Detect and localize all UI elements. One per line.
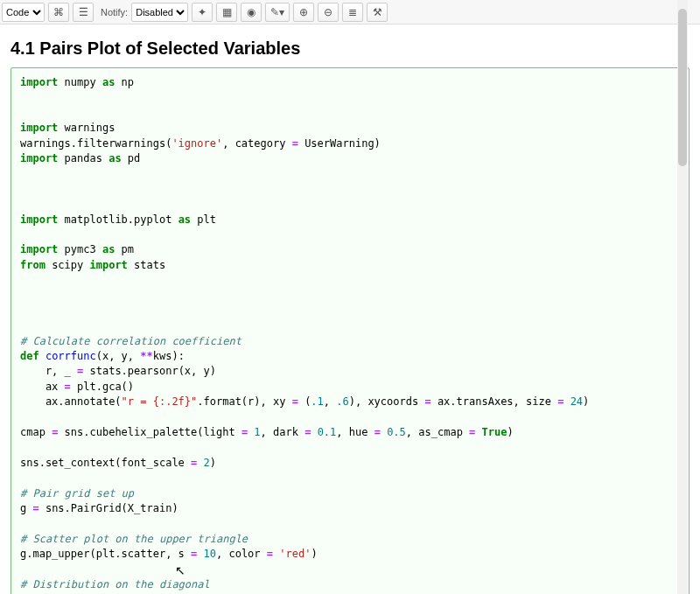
zoom-in-button[interactable]: ⊕ [293, 3, 314, 22]
brush-button[interactable]: ✎▾ [265, 3, 290, 22]
notify-select[interactable]: Disabled [131, 3, 188, 22]
code-editor[interactable]: import numpy as np import warnings warni… [11, 68, 689, 594]
tool-button[interactable]: ⚒ [367, 3, 388, 22]
code-cell[interactable]: import numpy as np import warnings warni… [10, 67, 690, 594]
ext-button-1[interactable]: ✦ [192, 3, 213, 22]
cmd-palette-button[interactable]: ⌘ [48, 3, 69, 22]
page-scrollbar[interactable] [677, 0, 688, 594]
notebook-toolbar: Code ⌘ ☰ Notify: Disabled ✦ ▦ ◉ ✎▾ ⊕ ⊖ ≣… [0, 0, 700, 24]
preview-button[interactable]: ◉ [241, 3, 262, 22]
list-button[interactable]: ≣ [342, 3, 363, 22]
cell-type-select[interactable]: Code [2, 3, 45, 22]
section-heading: 4.1 Pairs Plot of Selected Variables [10, 38, 690, 59]
notify-label: Notify: [101, 7, 128, 17]
scrollbar-thumb[interactable] [678, 9, 687, 166]
ext-button-2[interactable]: ▦ [216, 3, 237, 22]
zoom-out-button[interactable]: ⊖ [318, 3, 339, 22]
toggle-toolbar-button[interactable]: ☰ [73, 3, 94, 22]
